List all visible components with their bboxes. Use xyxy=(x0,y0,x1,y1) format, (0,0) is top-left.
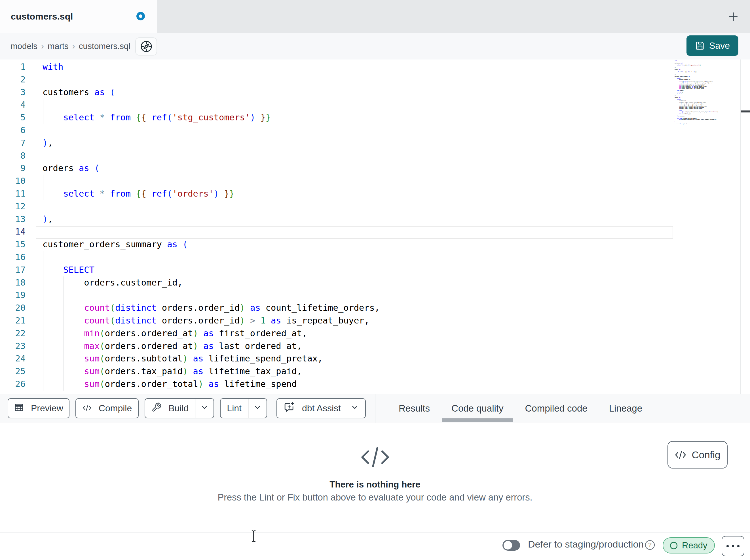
code-line-25[interactable]: sum(orders.tax_paid) as lifetime_tax_pai… xyxy=(36,365,673,378)
code-quality-panel: There is nothing here Press the Lint or … xyxy=(0,422,750,532)
tab-lineage[interactable]: Lineage xyxy=(599,394,652,422)
chevron-down-icon xyxy=(200,403,209,414)
line-number: 24 xyxy=(0,352,25,365)
code-line-14[interactable] xyxy=(36,226,673,238)
editor-tabbar: customers.sql xyxy=(0,0,750,33)
line-number: 10 xyxy=(0,175,25,188)
assist-icon xyxy=(283,401,295,416)
line-number: 23 xyxy=(0,340,25,353)
line-number: 2 xyxy=(0,74,25,86)
code-line-13[interactable]: ), xyxy=(36,213,673,226)
status-badge[interactable]: Ready xyxy=(663,537,715,554)
code-line-23[interactable]: max(orders.ordered_at) as last_ordered_a… xyxy=(36,340,673,353)
tab-results[interactable]: Results xyxy=(389,394,439,422)
line-number: 11 xyxy=(0,188,25,200)
code-line-16[interactable] xyxy=(36,251,673,264)
save-icon xyxy=(695,41,705,51)
statusbar: Defer to staging/production ? Ready xyxy=(0,532,750,560)
code-line-6[interactable] xyxy=(36,124,673,137)
defer-toggle[interactable] xyxy=(502,540,520,551)
code-line-9[interactable]: orders as ( xyxy=(36,162,673,175)
new-tab-button[interactable] xyxy=(724,8,743,25)
editor-minimap[interactable]: with customers as ( select * from {{ ref… xyxy=(675,60,741,392)
line-number: 15 xyxy=(0,238,25,251)
code-line-17[interactable]: SELECT xyxy=(36,264,673,276)
code-line-19[interactable] xyxy=(36,289,673,302)
lint-dropdown[interactable] xyxy=(248,399,267,418)
empty-state-title: There is nothing here xyxy=(0,479,750,490)
breadcrumb: models › marts › customers.sql xyxy=(11,33,131,60)
build-button[interactable]: Build xyxy=(145,398,214,418)
code-line-12[interactable] xyxy=(36,200,673,213)
overview-ruler-cursor-mark xyxy=(741,110,750,112)
tab-compiled-code[interactable]: Compiled code xyxy=(515,394,597,422)
minimap-edge xyxy=(741,60,741,394)
code-line-20[interactable]: count(distinct orders.order_id) as count… xyxy=(36,302,673,314)
config-button[interactable]: Config xyxy=(668,441,728,469)
tab-title: customers.sql xyxy=(11,11,73,22)
code-line-10[interactable] xyxy=(36,175,673,188)
breadcrumb-item-file[interactable]: customers.sql xyxy=(79,41,131,51)
result-tabs: ResultsCode qualityCompiled codeLineage xyxy=(389,394,652,422)
chevron-down-icon xyxy=(351,403,359,414)
status-ring-icon xyxy=(669,541,678,550)
line-number: 13 xyxy=(0,213,25,226)
action-strip: PreviewCompileBuildLintdbt Assist Result… xyxy=(0,394,750,422)
line-number: 22 xyxy=(0,327,25,340)
svg-text:?: ? xyxy=(648,542,652,548)
lint-button[interactable]: Lint xyxy=(220,398,267,418)
status-badge-label: Ready xyxy=(682,540,708,551)
question-circle-icon[interactable]: ? xyxy=(645,540,655,552)
breadcrumb-item-models[interactable]: models xyxy=(11,41,37,51)
code-line-2[interactable] xyxy=(36,74,673,86)
code-line-3[interactable]: customers as ( xyxy=(36,86,673,99)
plus-icon xyxy=(726,9,741,24)
defer-toggle-label: Defer to staging/production xyxy=(528,530,644,558)
line-number: 12 xyxy=(0,200,25,213)
unsaved-changes-dot-icon xyxy=(136,12,145,20)
preview-button[interactable]: Preview xyxy=(8,398,70,418)
code-line-24[interactable]: sum(orders.subtotal) as lifetime_spend_p… xyxy=(36,352,673,365)
line-number: 4 xyxy=(0,99,25,111)
strip-separator xyxy=(375,394,375,422)
build-label: Build xyxy=(169,403,189,414)
chevron-down-icon xyxy=(253,403,262,414)
code-line-11[interactable]: select * from {{ ref('orders') }} xyxy=(36,188,673,200)
compass-icon xyxy=(140,40,153,53)
code-line-21[interactable]: count(distinct orders.order_id) > 1 as i… xyxy=(36,314,673,327)
code-line-1[interactable]: with xyxy=(36,61,673,74)
more-options-button[interactable] xyxy=(722,536,744,556)
code-line-5[interactable]: select * from {{ ref('stg_customers') }} xyxy=(36,111,673,124)
code-line-18[interactable]: orders.customer_id, xyxy=(36,276,673,289)
line-number: 14 xyxy=(0,226,25,238)
code-line-15[interactable]: customer_orders_summary as ( xyxy=(36,238,673,251)
dbt-assist-label: dbt Assist xyxy=(302,403,341,414)
tab-code-quality[interactable]: Code quality xyxy=(442,394,513,422)
tab-customers-sql[interactable]: customers.sql xyxy=(0,0,157,33)
line-number: 9 xyxy=(0,162,25,175)
breadcrumb-separator: › xyxy=(41,41,44,51)
code-icon xyxy=(82,403,92,414)
code-line-8[interactable] xyxy=(36,149,673,162)
line-number: 18 xyxy=(0,276,25,289)
line-number: 3 xyxy=(0,86,25,99)
build-dropdown[interactable] xyxy=(195,399,214,418)
line-number: 25 xyxy=(0,365,25,378)
wrench-icon xyxy=(152,402,162,415)
code-line-4[interactable] xyxy=(36,99,673,111)
explore-lineage-button[interactable] xyxy=(135,37,157,56)
save-button-label: Save xyxy=(709,41,730,51)
save-button[interactable]: Save xyxy=(687,36,738,56)
breadcrumb-item-marts[interactable]: marts xyxy=(47,41,68,51)
compile-button[interactable]: Compile xyxy=(75,398,139,418)
code-line-7[interactable]: ), xyxy=(36,137,673,149)
code-line-26[interactable]: sum(orders.order_total) as lifetime_spen… xyxy=(36,378,673,391)
line-number: 5 xyxy=(0,111,25,124)
line-number: 20 xyxy=(0,302,25,314)
code-editor[interactable]: 1234567891011121314151617181920212223242… xyxy=(0,60,750,394)
dbt-assist-button[interactable]: dbt Assist xyxy=(276,398,366,418)
line-number: 16 xyxy=(0,251,25,264)
empty-state: There is nothing here Press the Lint or … xyxy=(0,422,750,503)
code-slash-icon xyxy=(0,444,750,471)
code-line-22[interactable]: min(orders.ordered_at) as first_ordered_… xyxy=(36,327,673,340)
